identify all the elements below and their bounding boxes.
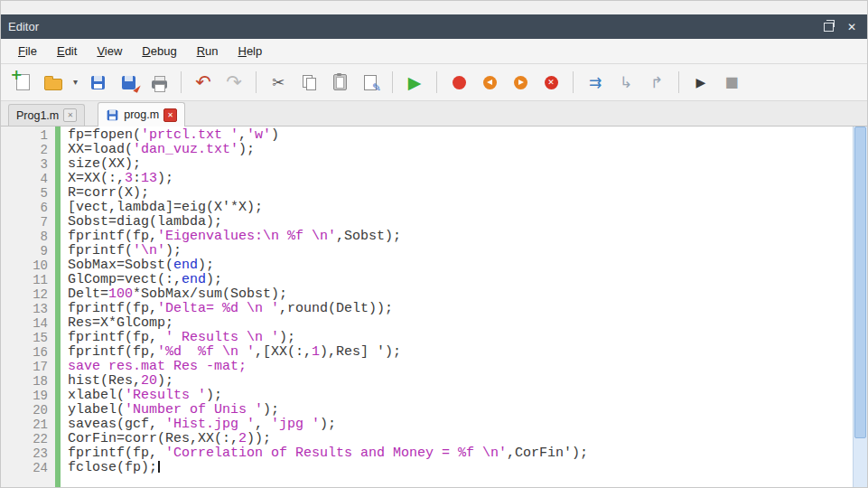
code-line[interactable]: 1fp=fopen('prtcl.txt ','w') xyxy=(1,128,854,143)
stop-button[interactable]: ■ xyxy=(717,68,746,97)
menu-item-help[interactable]: Help xyxy=(229,41,273,61)
code-line[interactable]: 18hist(Res,20); xyxy=(1,374,854,389)
continue-icon: ▶ xyxy=(696,76,706,89)
code-text: SobMax=Sobst(end); xyxy=(55,258,214,273)
next-breakpoint-button[interactable] xyxy=(506,68,535,97)
code-area[interactable]: 1fp=fopen('prtcl.txt ','w')2XX=load('dan… xyxy=(1,128,854,475)
line-number: 13 xyxy=(1,302,55,316)
tab-prog1-m[interactable]: Prog1.m✕ xyxy=(8,104,85,126)
vertical-scrollbar[interactable] xyxy=(853,127,867,487)
toggle-breakpoint-button[interactable] xyxy=(444,68,473,97)
redo-icon: ↷ xyxy=(226,73,242,92)
code-line[interactable]: 7Sobst=diag(lambda); xyxy=(1,215,854,230)
menu-item-debug[interactable]: Debug xyxy=(132,41,186,61)
step-icon: ⇉ xyxy=(589,75,602,90)
code-text: xlabel('Results '); xyxy=(55,389,222,403)
code-text: fprintf(fp,'Eigenvalues:\n %f \n',Sobst)… xyxy=(55,230,401,244)
next-breakpoint-icon xyxy=(514,76,527,89)
undock-icon xyxy=(824,23,834,32)
undo-button[interactable]: ↶ xyxy=(189,68,218,97)
line-number: 4 xyxy=(1,172,55,186)
code-line[interactable]: 22CorFin=corr(Res,XX(:,2)); xyxy=(1,432,854,446)
code-text: Res=X*GlComp; xyxy=(55,316,173,331)
code-line[interactable]: 13fprintf(fp,'Delta= %d \n ',round(Delt)… xyxy=(1,302,854,316)
toolbar-separator xyxy=(573,71,574,93)
cut-icon: ✂ xyxy=(272,75,285,90)
step-in-button[interactable]: ↳ xyxy=(611,68,640,97)
line-number: 1 xyxy=(1,128,55,143)
code-line[interactable]: 6[vect,lambda]=eig(X'*X); xyxy=(1,201,854,215)
open-file-button[interactable] xyxy=(39,68,68,97)
code-line[interactable]: 15fprintf(fp, ' Results \n '); xyxy=(1,331,854,345)
line-number: 17 xyxy=(1,360,55,374)
copy-button[interactable] xyxy=(294,68,323,97)
code-line[interactable]: 14Res=X*GlComp; xyxy=(1,316,854,331)
cut-button[interactable]: ✂ xyxy=(264,68,293,97)
toolbar-separator xyxy=(392,71,393,93)
line-number: 7 xyxy=(1,215,55,230)
line-number: 5 xyxy=(1,186,55,201)
step-out-icon: ↱ xyxy=(650,75,663,90)
menu-item-run[interactable]: Run xyxy=(187,41,229,61)
code-line[interactable]: 4X=XX(:,3:13); xyxy=(1,172,854,186)
code-line[interactable]: 17save res.mat Res -mat; xyxy=(1,360,854,374)
tab-prog-m[interactable]: prog.m✕ xyxy=(98,102,185,127)
code-text: XX=load('dan_vuz.txt'); xyxy=(55,143,255,157)
paste-button[interactable] xyxy=(325,68,354,97)
menu-item-file[interactable]: File xyxy=(8,41,47,61)
code-text: fprintf(fp,'Delta= %d \n ',round(Delt)); xyxy=(55,302,393,316)
previous-breakpoint-icon xyxy=(483,76,497,89)
window-title: Editor xyxy=(8,20,817,33)
code-line[interactable]: 20ylabel('Number of Unis '); xyxy=(1,403,854,418)
code-line[interactable]: 19xlabel('Results '); xyxy=(1,389,854,403)
code-line[interactable]: 10SobMax=Sobst(end); xyxy=(1,258,854,273)
code-line[interactable]: 3size(XX); xyxy=(1,157,854,172)
close-window-button[interactable]: ✕ xyxy=(840,17,863,36)
line-number: 21 xyxy=(1,418,55,432)
code-text: R=corr(X); xyxy=(55,186,149,201)
new-script-button[interactable] xyxy=(8,68,37,97)
code-line[interactable]: 9fprintf('\n'); xyxy=(1,244,854,258)
tab-close-icon[interactable]: ✕ xyxy=(163,108,177,122)
previous-breakpoint-button[interactable] xyxy=(475,68,504,97)
code-line[interactable]: 5R=corr(X); xyxy=(1,186,854,201)
code-line[interactable]: 11GlComp=vect(:,end); xyxy=(1,273,854,287)
new-script-icon xyxy=(16,74,30,90)
step-out-button[interactable]: ↱ xyxy=(642,68,671,97)
step-button[interactable]: ⇉ xyxy=(581,68,610,97)
paste-icon xyxy=(333,74,347,90)
code-line[interactable]: 12Delt=100*SobMax/sum(Sobst); xyxy=(1,287,854,302)
line-number: 6 xyxy=(1,201,55,215)
undock-button[interactable] xyxy=(817,17,840,36)
toolbar-separator xyxy=(256,71,257,93)
line-number: 14 xyxy=(1,316,55,331)
line-number: 22 xyxy=(1,432,55,446)
code-line[interactable]: 23fprintf(fp, 'Correlation of Results an… xyxy=(1,446,854,461)
tab-close-icon[interactable]: ✕ xyxy=(63,108,77,122)
code-line[interactable]: 16fprintf(fp,'%d %f \n ',[XX(:,1),Res] '… xyxy=(1,345,854,360)
run-button[interactable]: ▶ xyxy=(400,68,429,97)
code-line[interactable]: 2XX=load('dan_vuz.txt'); xyxy=(1,143,854,157)
line-number: 2 xyxy=(1,143,55,157)
code-text: size(XX); xyxy=(55,157,141,172)
code-text: Sobst=diag(lambda); xyxy=(55,215,222,230)
menu-item-edit[interactable]: Edit xyxy=(47,41,87,61)
continue-button[interactable]: ▶ xyxy=(686,68,715,97)
titlebar[interactable]: Editor ✕ xyxy=(1,14,867,39)
code-line[interactable]: 24fclose(fp); xyxy=(1,461,854,475)
save-as-button[interactable] xyxy=(114,68,143,97)
line-number: 19 xyxy=(1,389,55,403)
remove-breakpoints-button[interactable] xyxy=(537,68,565,97)
menu-item-view[interactable]: View xyxy=(87,41,132,61)
line-number: 11 xyxy=(1,273,55,287)
scrollbar-thumb[interactable] xyxy=(854,127,866,438)
step-in-icon: ↳ xyxy=(620,75,632,90)
line-number: 24 xyxy=(1,461,55,475)
open-dropdown-button[interactable]: ▾ xyxy=(70,68,81,97)
code-line[interactable]: 21saveas(gcf, 'Hist.jpg ', 'jpg '); xyxy=(1,418,854,432)
save-button[interactable] xyxy=(83,68,112,97)
code-line[interactable]: 8fprintf(fp,'Eigenvalues:\n %f \n',Sobst… xyxy=(1,230,854,244)
find-replace-button[interactable] xyxy=(356,68,385,97)
redo-button[interactable]: ↷ xyxy=(219,68,248,97)
print-button[interactable] xyxy=(145,68,173,97)
